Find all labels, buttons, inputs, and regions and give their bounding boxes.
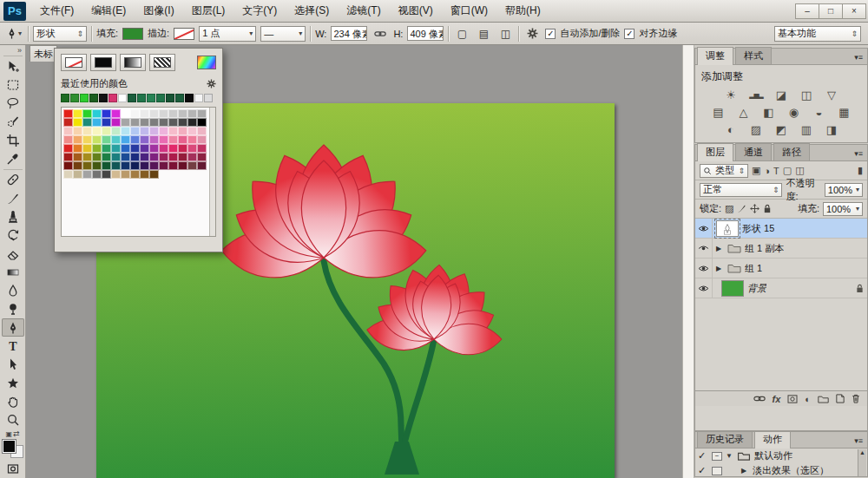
action-check-icon[interactable]: ✓: [698, 450, 708, 462]
color-swatch[interactable]: [92, 144, 102, 153]
blur-tool[interactable]: [2, 281, 24, 299]
color-swatch[interactable]: [149, 153, 159, 161]
menu-help[interactable]: 帮助(H): [496, 0, 549, 22]
color-swatch[interactable]: [178, 118, 187, 127]
color-swatch[interactable]: [187, 118, 197, 127]
type-tool[interactable]: T: [2, 337, 24, 355]
tab-paths[interactable]: 路径: [773, 143, 810, 160]
color-swatch[interactable]: [187, 109, 197, 118]
color-swatch[interactable]: [178, 135, 187, 144]
new-adjustment-layer-icon[interactable]: ◐: [805, 394, 811, 404]
menu-window[interactable]: 窗口(W): [442, 0, 496, 22]
stroke-type-select[interactable]: — ▾: [260, 26, 306, 42]
color-swatch[interactable]: [111, 135, 121, 144]
layer-name[interactable]: 形状 15: [742, 222, 774, 235]
gradient-map-icon[interactable]: ▥: [798, 122, 815, 136]
visibility-eye-icon[interactable]: [695, 278, 713, 298]
color-swatch[interactable]: [159, 118, 168, 127]
color-swatch[interactable]: [149, 127, 159, 135]
actions-scrollbar[interactable]: ▲: [858, 449, 866, 477]
expand-set-icon[interactable]: ▼: [726, 452, 733, 460]
color-swatch[interactable]: [121, 161, 130, 170]
color-swatch[interactable]: [178, 144, 187, 153]
color-swatch[interactable]: [111, 153, 121, 161]
fill-solid-button[interactable]: [90, 54, 116, 71]
color-swatch[interactable]: [73, 144, 82, 153]
layer-name[interactable]: 组 1: [745, 262, 762, 275]
menu-select[interactable]: 选择(S): [286, 0, 338, 22]
color-swatch[interactable]: [197, 153, 207, 161]
layer-style-fx-icon[interactable]: fx: [773, 394, 781, 404]
layer-name[interactable]: 背景: [747, 282, 766, 295]
eraser-tool[interactable]: [2, 245, 24, 263]
foreground-color-swatch[interactable]: [3, 440, 16, 453]
lasso-tool[interactable]: [2, 94, 24, 112]
color-balance-icon[interactable]: △: [735, 105, 753, 119]
color-swatch[interactable]: [92, 109, 102, 118]
blend-mode-select[interactable]: 正常 ⇕: [700, 183, 782, 197]
curves-icon[interactable]: ◪: [773, 88, 790, 101]
tab-channels[interactable]: 通道: [735, 143, 772, 160]
color-swatch[interactable]: [102, 161, 111, 170]
color-swatch[interactable]: [204, 94, 213, 102]
auto-add-delete-checkbox[interactable]: ✓: [545, 29, 556, 39]
exposure-icon[interactable]: ◫: [798, 88, 815, 101]
menu-edit[interactable]: 编辑(E): [82, 0, 135, 22]
color-swatch[interactable]: [159, 153, 168, 161]
visibility-eye-icon[interactable]: [695, 219, 713, 238]
link-layers-icon[interactable]: [753, 396, 766, 402]
lock-transparent-icon[interactable]: ▨: [725, 203, 733, 214]
color-swatch[interactable]: [168, 161, 178, 170]
color-swatch[interactable]: [63, 118, 73, 127]
color-swatch[interactable]: [178, 153, 187, 161]
hand-tool[interactable]: [2, 392, 24, 410]
color-swatch[interactable]: [166, 94, 174, 102]
action-check-icon[interactable]: ✓: [698, 465, 708, 476]
color-swatch[interactable]: [168, 109, 178, 118]
color-swatch[interactable]: [140, 118, 149, 127]
color-swatch[interactable]: [178, 161, 187, 170]
panel-menu-icon[interactable]: ▾≡: [854, 53, 867, 64]
color-swatch[interactable]: [156, 94, 165, 102]
fill-gradient-button[interactable]: [120, 54, 146, 71]
color-swatch[interactable]: [92, 127, 102, 135]
color-swatch[interactable]: [185, 94, 194, 102]
workspace-select[interactable]: 基本功能 ⇕: [774, 26, 861, 42]
color-swatch[interactable]: [102, 144, 111, 153]
align-edges-checkbox[interactable]: ✓: [624, 29, 635, 39]
color-swatch[interactable]: [121, 144, 130, 153]
move-tool[interactable]: [2, 57, 24, 75]
menu-file[interactable]: 文件(F): [31, 0, 82, 22]
color-swatch[interactable]: [73, 161, 82, 170]
color-swatch[interactable]: [168, 118, 178, 127]
color-swatch[interactable]: [149, 135, 159, 144]
color-swatch[interactable]: [111, 144, 121, 153]
path-operations-icon[interactable]: ▢: [453, 25, 470, 43]
color-swatch[interactable]: [194, 94, 203, 102]
color-swatch[interactable]: [73, 153, 82, 161]
levels-icon[interactable]: ▂▅▂: [747, 88, 765, 101]
color-swatch[interactable]: [187, 135, 197, 144]
modal-dialog-toggle[interactable]: [712, 467, 722, 475]
filter-toggle-icon[interactable]: ▮: [858, 165, 863, 176]
color-swatch[interactable]: [111, 118, 121, 127]
eyedropper-tool[interactable]: [2, 149, 24, 167]
invert-icon[interactable]: ◐: [722, 122, 740, 136]
color-swatch[interactable]: [149, 144, 159, 153]
color-swatch[interactable]: [82, 144, 92, 153]
color-swatch[interactable]: [102, 135, 111, 144]
color-swatch[interactable]: [63, 135, 73, 144]
clone-stamp-tool[interactable]: [2, 207, 24, 226]
color-swatch[interactable]: [63, 144, 73, 153]
action-set-name[interactable]: 默认动作: [754, 449, 792, 462]
color-swatch[interactable]: [137, 94, 146, 102]
color-swatch[interactable]: [82, 170, 92, 179]
tab-adjustments[interactable]: 调整: [697, 47, 733, 65]
color-swatch[interactable]: [168, 127, 178, 135]
color-swatch[interactable]: [70, 94, 79, 102]
spot-healing-brush-tool[interactable]: [2, 171, 24, 189]
color-swatch[interactable]: [140, 170, 149, 179]
color-swatch[interactable]: [73, 127, 82, 135]
quick-selection-tool[interactable]: [2, 113, 24, 131]
stroke-width-select[interactable]: 1 点 ▾: [199, 26, 256, 42]
